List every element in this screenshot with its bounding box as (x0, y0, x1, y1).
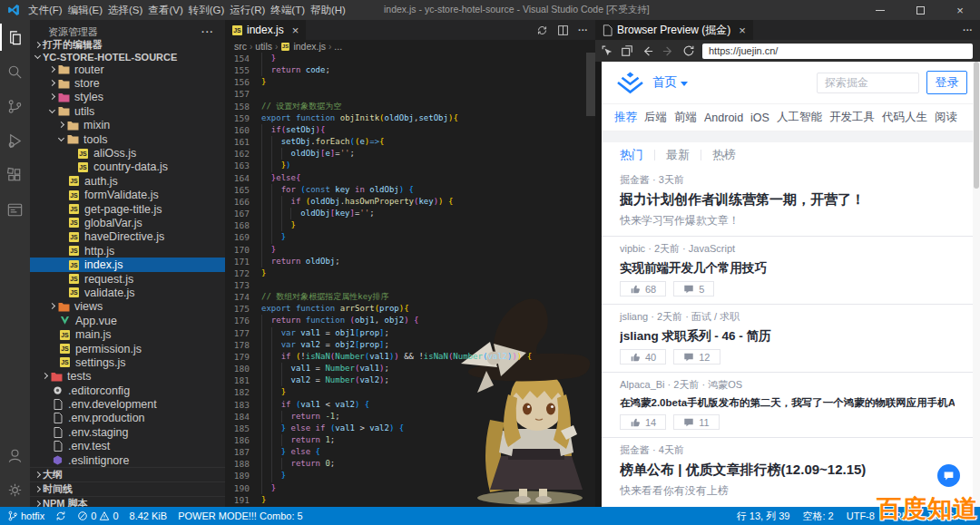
editor-scrollbar[interactable] (586, 53, 595, 116)
tab-close-icon[interactable]: × (292, 24, 299, 37)
menu-查看(V)[interactable]: 查看(V) (145, 4, 185, 17)
preview-more-icon[interactable]: ··· (963, 24, 973, 35)
tree-item-auth.js[interactable]: JSauth.js (30, 174, 225, 188)
article-title[interactable]: 实现前端开发几个常用技巧 (620, 260, 955, 277)
status-sync[interactable] (55, 510, 66, 521)
account-icon[interactable] (0, 438, 30, 472)
tree-item-.editorconfig[interactable]: .editorconfig (30, 384, 225, 397)
tree-item-main.js[interactable]: JSmain.js (30, 327, 225, 341)
tree-item-globalVar.js[interactable]: JSglobalVar.js (30, 216, 225, 229)
like-button[interactable]: 14 (620, 414, 666, 430)
comment-button[interactable]: 11 (673, 414, 719, 430)
tree-item-tests[interactable]: tests (30, 370, 225, 384)
chat-fab-button[interactable] (937, 464, 960, 487)
sort-tab-最新[interactable]: 最新 (666, 147, 690, 163)
sidebar-section-NPM 脚本[interactable]: NPM 脚本 (30, 496, 225, 507)
juejin-logo[interactable] (617, 72, 643, 94)
split-editor-icon[interactable] (557, 24, 569, 36)
status-行 13, 列 39[interactable]: 行 13, 列 39 (737, 510, 790, 523)
status-UTF-8[interactable]: UTF-8 (847, 510, 875, 521)
article-item[interactable]: vipbic · 2天前 · JavaScript实现前端开发几个常用技巧685 (602, 236, 973, 304)
tree-item-.eslintignore[interactable]: .eslintignore (30, 453, 225, 467)
tree-item-mixin[interactable]: mixin (30, 119, 225, 132)
open-editors-section[interactable]: 打开的编辑器 (30, 38, 225, 52)
juejin-login-button[interactable]: 登录 (926, 71, 967, 94)
tree-item-.env.production[interactable]: .env.production (30, 412, 225, 425)
status-0[interactable]: 00 (77, 510, 118, 521)
nav-推荐[interactable]: 推荐 (611, 110, 641, 125)
status-8.42 KiB[interactable]: 8.42 KiB (130, 510, 168, 521)
nav-阅读[interactable]: 阅读 (931, 110, 961, 125)
nav-开发工具[interactable]: 开发工具 (826, 110, 878, 125)
tree-item-styles[interactable]: styles (30, 91, 225, 104)
page-scrollbar[interactable] (973, 62, 980, 507)
nav-人工智能[interactable]: 人工智能 (773, 110, 826, 125)
tree-item-.env.staging[interactable]: .env.staging (30, 425, 225, 439)
tree-item-index.js[interactable]: JSindex.js (30, 258, 225, 271)
tree-item-validate.js[interactable]: JSvalidate.js (30, 286, 225, 299)
status-hotfix[interactable]: hotfix (7, 510, 44, 521)
tree-item-views[interactable]: views (30, 300, 225, 314)
reload-icon[interactable] (682, 44, 695, 57)
juejin-search-input[interactable]: 探索掘金 (817, 73, 919, 93)
tree-item-router[interactable]: router (30, 63, 225, 76)
menu-选择(S)[interactable]: 选择(S) (105, 4, 145, 17)
nav-代码人生[interactable]: 代码人生 (878, 110, 931, 125)
maximize-button[interactable] (900, 0, 940, 20)
nav-前端[interactable]: 前端 (671, 110, 701, 125)
sidebar-section-时间线[interactable]: 时间线 (30, 481, 225, 496)
tree-item-tools[interactable]: tools (30, 132, 225, 146)
tree-item-formValidate.js[interactable]: JSformValidate.js (30, 189, 225, 202)
code-editor[interactable]: 154}155return code;156}157158// 设置对象数据为空… (225, 53, 595, 507)
inspect-icon[interactable] (601, 44, 613, 57)
extensions-icon[interactable] (0, 158, 30, 192)
project-root-section[interactable]: YC-STORE-HOTEL-SOURCE (30, 52, 225, 63)
menu-文件(F)[interactable]: 文件(F) (25, 4, 65, 17)
article-item[interactable]: jsliang · 2天前 · 面试 / 求职jsliang 求职系列 - 46… (602, 304, 973, 372)
open-window-icon[interactable] (621, 44, 633, 57)
menu-终端(T)[interactable]: 终端(T) (268, 4, 308, 17)
article-item[interactable]: Alpaca_Bi · 2天前 · 鸿蒙OS在鸿蒙2.0beta手机版发布的第二… (602, 372, 973, 437)
comment-button[interactable]: 12 (673, 349, 720, 365)
open-changes-icon[interactable] (536, 24, 548, 36)
tree-item-http.js[interactable]: JShttp.js (30, 244, 225, 258)
menu-编辑(E)[interactable]: 编辑(E) (65, 4, 105, 17)
article-title[interactable]: jsliang 求职系列 - 46 - 简历 (620, 328, 955, 345)
explorer-icon[interactable] (0, 20, 30, 54)
tree-item-.env.test[interactable]: .env.test (30, 440, 225, 453)
breadcrumb[interactable]: src›utils›JSindex.js›... (225, 40, 595, 53)
article-title[interactable]: 掘力计划创作者训练营第一期，开营了！ (620, 191, 955, 209)
article-title[interactable]: 在鸿蒙2.0beta手机版发布的第二天，我写了一个鸿蒙的物联网应用手机APP (620, 396, 955, 410)
tree-item-App.vue[interactable]: App.vue (30, 314, 225, 327)
nav-后端[interactable]: 后端 (641, 110, 671, 125)
minimize-button[interactable] (860, 0, 900, 20)
juejin-home-menu[interactable]: 首页 (652, 74, 688, 91)
close-button[interactable]: × (940, 0, 980, 20)
tree-item-store[interactable]: store (30, 76, 225, 90)
preview-tab-close-icon[interactable]: × (739, 24, 746, 37)
article-item[interactable]: 掘金酱 · 3天前掘力计划创作者训练营第一期，开营了！快来学习写作爆款文章！ (602, 168, 973, 236)
tree-item-country-data.js[interactable]: JScountry-data.js (30, 160, 225, 174)
status-空格: 2[interactable]: 空格: 2 (803, 510, 834, 523)
tree-item-.env.development[interactable]: .env.development (30, 397, 225, 411)
tree-item-aliOss.js[interactable]: JSaliOss.js (30, 146, 225, 160)
sidebar-section-大纲[interactable]: 大纲 (30, 467, 225, 481)
tree-item-haveDirective.js[interactable]: JShaveDirective.js (30, 230, 225, 244)
article-title[interactable]: 榜单公布 | 优质文章排行榜(12.09~12.15) (620, 462, 955, 479)
like-button[interactable]: 68 (620, 281, 666, 297)
search-icon[interactable] (0, 54, 30, 89)
tab-browser-preview[interactable]: Browser Preview (掘金) × (595, 20, 753, 40)
tree-item-get-page-title.js[interactable]: JSget-page-title.js (30, 202, 225, 216)
url-bar[interactable]: https://juejin.cn/ (702, 44, 973, 59)
comment-button[interactable]: 5 (673, 281, 714, 297)
tree-item-utils[interactable]: utils (30, 104, 225, 118)
sort-tab-热榜[interactable]: 热榜 (712, 147, 736, 163)
explorer-more-icon[interactable]: ··· (201, 26, 218, 37)
forward-icon[interactable] (662, 44, 675, 58)
nav-iOS[interactable]: iOS (747, 112, 773, 124)
source-control-icon[interactable] (0, 89, 30, 123)
run-debug-icon[interactable] (0, 123, 30, 158)
tab-index-js[interactable]: JS index.js × (225, 20, 306, 40)
status-POWER MODE!!! Combo: 5[interactable]: POWER MODE!!! Combo: 5 (178, 510, 303, 521)
nav-Android[interactable]: Android (701, 112, 747, 124)
